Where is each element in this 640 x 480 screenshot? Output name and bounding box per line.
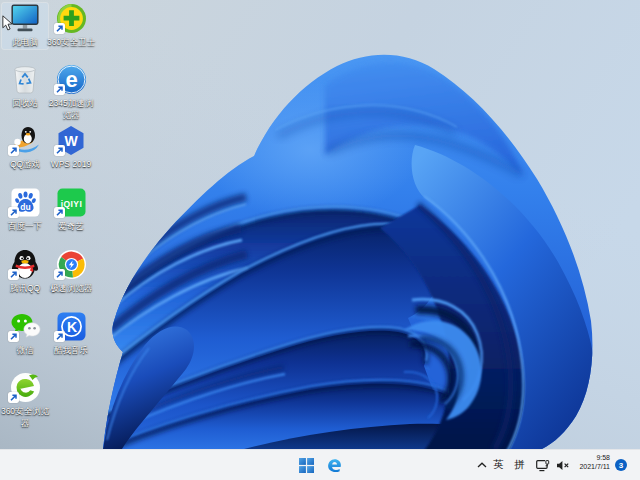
desktop[interactable]: 此电脑 360安全卫士 [0, 0, 640, 449]
edge-browser-button[interactable] [321, 452, 347, 478]
mouse-cursor [2, 15, 13, 31]
network-tray-button[interactable] [534, 452, 552, 478]
ethernet-network-icon [536, 459, 550, 472]
chevron-up-icon [477, 462, 487, 468]
volume-tray-button[interactable] [554, 452, 572, 478]
tencent-qq-icon [9, 249, 41, 279]
shortcut-arrow-icon [8, 331, 19, 342]
wps-2019-icon: W [55, 125, 87, 155]
windows-logo-icon [299, 458, 314, 473]
svg-text:du: du [20, 201, 30, 211]
shortcut-arrow-icon [8, 207, 19, 218]
360-browser-icon [9, 372, 41, 402]
edge-icon [327, 458, 342, 473]
shortcut-arrow-icon [8, 145, 19, 156]
ime-pinyin-label: 拼 [514, 458, 525, 472]
shortcut-arrow-icon [54, 145, 65, 156]
svg-text:e: e [65, 67, 77, 92]
shortcut-arrow-icon [54, 331, 65, 342]
shortcut-arrow-icon [54, 23, 65, 34]
qq-games-icon [9, 125, 41, 155]
volume-muted-icon [556, 460, 570, 471]
desktop-icon-label: WPS 2019 [42, 159, 100, 171]
2345-browser-icon: e [55, 64, 87, 94]
svg-text:W: W [64, 133, 78, 149]
shortcut-arrow-icon [54, 269, 65, 280]
desktop-icon-label: 爱奇艺 [42, 221, 100, 233]
kuwo-music-icon: K [55, 311, 87, 341]
desktop-icon-2345-browser[interactable]: e 2345加速浏 览器 [48, 64, 94, 121]
speed-browser-icon [55, 249, 87, 279]
recycle-bin-icon [9, 64, 41, 94]
desktop-icon-iqiyi[interactable]: iQIYI 爱奇艺 [48, 187, 94, 233]
taskbar-clock[interactable]: 9:58 2021/7/11 [579, 455, 610, 470]
baidu-icon: du [9, 187, 41, 217]
desktop-icon-label: 酷我音乐 [42, 345, 100, 357]
desktop-icon-wps-2019[interactable]: W WPS 2019 [48, 125, 94, 171]
shortcut-arrow-icon [54, 207, 65, 218]
360-safety-guard-icon [55, 3, 87, 33]
wechat-icon [9, 311, 41, 341]
ime-english-indicator[interactable]: 英 [488, 452, 509, 478]
desktop-icon-label: 360安全卫士 [42, 37, 100, 49]
desktop-icon-label: 2345加速浏 览器 [42, 98, 100, 121]
shortcut-arrow-icon [54, 84, 65, 95]
start-button[interactable] [293, 452, 319, 478]
clock-date: 2021/7/11 [579, 464, 610, 470]
ime-pinyin-indicator[interactable]: 拼 [509, 452, 530, 478]
desktop-icon-360-safety-guard[interactable]: 360安全卫士 [48, 3, 94, 49]
desktop-icon-label: 极速浏览器 [42, 283, 100, 295]
clock-time: 9:58 [579, 455, 610, 461]
desktop-icon-speed-browser[interactable]: 极速浏览器 [48, 249, 94, 295]
taskbar: 英 拼 9:58 2021/7/11 3 [0, 449, 640, 480]
notification-badge[interactable]: 3 [615, 459, 627, 471]
shortcut-arrow-icon [8, 392, 19, 403]
ime-english-label: 英 [493, 458, 504, 472]
desktop-icon-label: 360安全浏览 器 [0, 406, 54, 429]
desktop-icon-360-browser[interactable]: 360安全浏览 器 [2, 372, 48, 429]
iqiyi-icon: iQIYI [55, 187, 87, 217]
desktop-icon-kuwo-music[interactable]: K 酷我音乐 [48, 311, 94, 357]
svg-text:K: K [66, 318, 76, 334]
this-pc-icon [9, 3, 41, 33]
shortcut-arrow-icon [8, 269, 19, 280]
